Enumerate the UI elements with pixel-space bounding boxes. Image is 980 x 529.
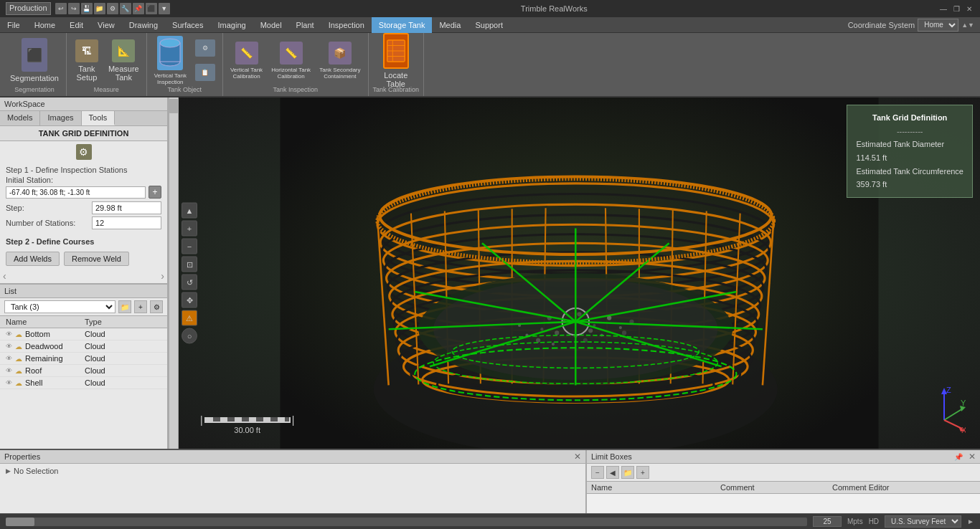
step-input[interactable] [92, 201, 161, 214]
menu-model[interactable]: Model [253, 17, 289, 33]
production-dropdown[interactable]: Production [6, 2, 51, 15]
maximize-button[interactable]: ❒ [951, 4, 961, 14]
tank-secondary-containment-button[interactable]: 📦 Tank SecondaryContainment [316, 37, 363, 84]
vertical-tank-inspection-button[interactable]: Vertical TankInspection [151, 37, 189, 84]
visibility-icon-roof[interactable]: 👁 [6, 367, 12, 374]
list-icon-btn2[interactable]: + [134, 300, 147, 313]
tab-tools[interactable]: Tools [82, 111, 116, 125]
menu-file[interactable]: File [0, 17, 27, 33]
status-number-input[interactable] [813, 516, 842, 527]
status-units-dropdown[interactable]: U.S. Survey Feet [885, 515, 961, 528]
properties-close-button[interactable]: ✕ [574, 452, 581, 462]
tank-setup-button[interactable]: 🏗 TankSetup [71, 37, 103, 84]
nav-warning[interactable]: ⚠ [182, 310, 197, 326]
visibility-icon-remaining[interactable]: 👁 [6, 355, 12, 362]
lb-table-header: Name Comment Comment Editor [587, 482, 980, 494]
initial-station-input[interactable] [6, 186, 146, 199]
list-item-deadwood[interactable]: 👁 ☁ Deadwood Cloud [0, 340, 167, 353]
nav-arrow-up[interactable]: ▲ [182, 203, 197, 219]
add-welds-button[interactable]: Add Welds [6, 252, 60, 266]
segmentation-button[interactable]: ⬛ Segmentation [7, 37, 62, 84]
tank-object-group-label: Tank Object [168, 85, 202, 93]
tank-sub-btn1[interactable]: ⚙ [192, 37, 218, 59]
status-hd-label: HD [869, 518, 879, 525]
menu-surfaces[interactable]: Surfaces [165, 17, 210, 33]
menu-support[interactable]: Support [468, 17, 510, 33]
menu-home[interactable]: Home [27, 17, 62, 33]
remove-weld-button[interactable]: Remove Weld [64, 252, 129, 266]
list-icon-btn3[interactable]: ⚙ [150, 300, 163, 313]
svg-point-62 [622, 330, 626, 335]
tank-secondary-containment-icon: 📦 [329, 42, 352, 65]
tool4-icon[interactable]: ⬛ [146, 3, 157, 14]
nav-fit[interactable]: ⊡ [182, 257, 197, 272]
limit-boxes-close-button[interactable]: ✕ [969, 452, 976, 462]
list-dropdown[interactable]: Tank (3) [4, 300, 116, 313]
menu-view[interactable]: View [90, 17, 122, 33]
viewport[interactable]: Tank Grid Definition ---------- Estimate… [179, 97, 980, 449]
tool2-icon[interactable]: 🔧 [120, 3, 131, 14]
menu-drawing[interactable]: Drawing [122, 17, 165, 33]
scroll-next[interactable]: › [161, 270, 164, 282]
list-item-remaining[interactable]: 👁 ☁ Remaining Cloud [0, 353, 167, 365]
limit-boxes-pin-button[interactable]: 📌 [954, 453, 963, 461]
initial-station-add-button[interactable]: + [149, 186, 161, 199]
left-scrollbar-thumb[interactable] [169, 99, 178, 113]
left-panel: WorkSpace Models Images Tools TANK GRID … [0, 97, 169, 449]
menu-edit[interactable]: Edit [62, 17, 90, 33]
coord-dropdown-btn[interactable]: ▲▼ [961, 22, 974, 29]
minimize-button[interactable]: — [938, 4, 948, 14]
nav-zoom-in[interactable]: + [182, 221, 197, 237]
menu-imaging[interactable]: Imaging [210, 17, 253, 33]
visibility-icon-bottom[interactable]: 👁 [6, 330, 12, 338]
close-button[interactable]: ✕ [964, 4, 974, 14]
lb-content [587, 494, 980, 513]
visibility-icon-deadwood[interactable]: 👁 [6, 343, 12, 350]
step2-label: Step 2 - Define Courses [0, 234, 167, 249]
list-icon-btn1[interactable]: 📁 [118, 300, 131, 313]
app-title: Trimble RealWorks [170, 4, 938, 13]
list-item-roof[interactable]: 👁 ☁ Roof Cloud [0, 365, 167, 377]
limit-boxes-toolbar: − ◀ 📁 + [587, 464, 980, 482]
tab-images[interactable]: Images [40, 111, 81, 125]
tool5-icon[interactable]: ▼ [159, 3, 170, 14]
list-toolbar: Tank (3) 📁 + ⚙ [0, 298, 167, 316]
lb-add-button[interactable]: + [636, 466, 649, 479]
tab-models[interactable]: Models [0, 111, 40, 125]
lb-nav-back[interactable]: ◀ [606, 466, 619, 479]
nav-zoom-out[interactable]: − [182, 239, 197, 254]
save-icon[interactable]: 💾 [81, 3, 93, 14]
tank-info-overlay: Tank Grid Definition ---------- Estimate… [847, 105, 973, 198]
tank-sub-btn2[interactable]: 📋 [192, 61, 218, 84]
nav-rotate[interactable]: ↺ [182, 275, 197, 290]
coord-system-dropdown[interactable]: Home [918, 19, 958, 32]
tool1-icon[interactable]: ⚙ [107, 3, 118, 14]
open-icon[interactable]: 📁 [94, 3, 105, 14]
menu-inspection[interactable]: Inspection [321, 17, 372, 33]
list-item-shell[interactable]: 👁 ☁ Shell Cloud [0, 377, 167, 389]
visibility-icon-shell[interactable]: 👁 [6, 379, 12, 386]
list-item-bottom[interactable]: 👁 ☁ Bottom Cloud [0, 328, 167, 340]
nav-pan[interactable]: ✥ [182, 292, 197, 308]
lb-remove-button[interactable]: − [591, 466, 604, 479]
menu-media[interactable]: Media [432, 17, 468, 33]
locate-table-button[interactable]: LocateTable [380, 37, 412, 84]
vertical-tank-calibration-button[interactable]: 📏 Vertical TankCalibration [227, 37, 265, 84]
scale-left-tick: | [200, 414, 203, 426]
num-stations-input[interactable] [92, 216, 161, 229]
horizontal-tank-calibration-button[interactable]: 📏 Horizontal TankCalibration [268, 37, 314, 84]
tool-panel-icon: ⚙ [76, 144, 92, 160]
lb-col-comment: Comment [720, 483, 832, 492]
undo-icon[interactable]: ↩ [55, 3, 67, 14]
scroll-prev[interactable]: ‹ [3, 270, 6, 282]
lb-open-folder[interactable]: 📁 [621, 466, 634, 479]
redo-icon[interactable]: ↪ [68, 3, 80, 14]
scrollbar-thumb[interactable] [6, 518, 34, 526]
menu-plant[interactable]: Plant [289, 17, 321, 33]
measure-tank-button[interactable]: 📐 MeasureTank [105, 37, 142, 84]
nav-circle[interactable]: ○ [182, 328, 197, 344]
horizontal-scrollbar[interactable] [6, 518, 807, 526]
tank-sub-icon2: 📋 [195, 64, 215, 81]
tool3-icon[interactable]: 📌 [133, 3, 144, 14]
menu-storage-tank[interactable]: Storage Tank [372, 17, 433, 33]
